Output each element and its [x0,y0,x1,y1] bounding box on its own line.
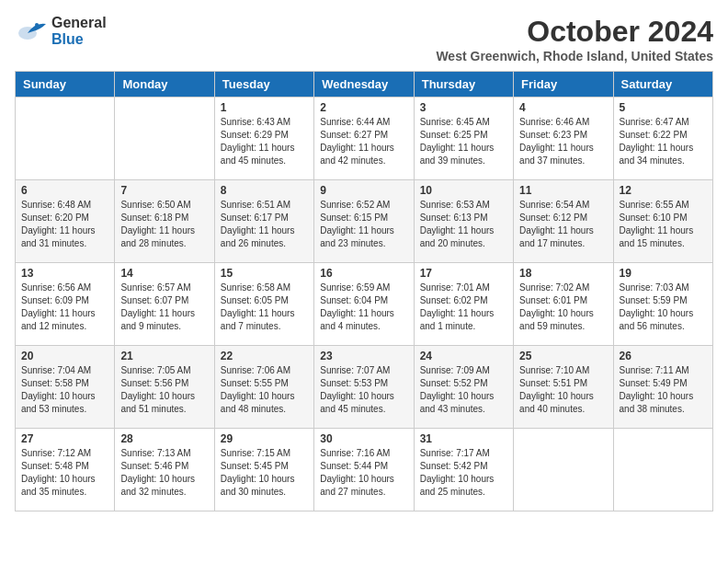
calendar-cell: 4Sunrise: 6:46 AMSunset: 6:23 PMDaylight… [514,98,613,180]
day-info: Daylight: 10 hours and 43 minutes. [420,390,507,416]
day-number: 6 [21,184,108,197]
calendar-cell: 26Sunrise: 7:11 AMSunset: 5:49 PMDayligh… [613,346,712,429]
day-info: Daylight: 11 hours and 4 minutes. [320,307,407,333]
day-header-sunday: Sunday [16,72,115,98]
calendar-cell: 6Sunrise: 6:48 AMSunset: 6:20 PMDaylight… [16,180,115,263]
day-info: Sunrise: 7:02 AM [519,282,607,294]
day-info: Sunrise: 6:52 AM [320,199,407,212]
calendar-cell [514,429,613,511]
day-info: Sunset: 6:10 PM [620,212,707,224]
day-number: 11 [519,184,607,197]
calendar-cell: 30Sunrise: 7:16 AMSunset: 5:44 PMDayligh… [314,429,414,511]
day-info: Daylight: 11 hours and 1 minute. [420,307,507,333]
calendar-header-row: SundayMondayTuesdayWednesdayThursdayFrid… [16,72,713,98]
day-info: Sunrise: 7:03 AM [620,282,707,294]
day-info: Sunset: 5:55 PM [221,377,308,390]
day-info: Sunrise: 6:57 AM [120,282,208,294]
day-info: Daylight: 10 hours and 59 minutes. [519,307,607,333]
calendar-cell: 5Sunrise: 6:47 AMSunset: 6:22 PMDaylight… [613,98,712,180]
calendar-cell: 25Sunrise: 7:10 AMSunset: 5:51 PMDayligh… [514,346,613,429]
day-info: Sunset: 5:44 PM [320,460,407,473]
day-info: Daylight: 11 hours and 26 minutes. [221,224,308,250]
calendar-week-1: 1Sunrise: 6:43 AMSunset: 6:29 PMDaylight… [16,98,713,180]
day-info: Sunset: 5:52 PM [420,377,507,390]
day-number: 13 [21,267,108,280]
calendar-cell: 7Sunrise: 6:50 AMSunset: 6:18 PMDaylight… [115,180,214,263]
calendar-week-3: 13Sunrise: 6:56 AMSunset: 6:09 PMDayligh… [16,263,713,346]
day-info: Sunrise: 6:59 AM [320,282,407,294]
day-number: 4 [519,101,607,114]
day-number: 22 [221,350,308,362]
calendar-cell: 11Sunrise: 6:54 AMSunset: 6:12 PMDayligh… [514,180,613,263]
calendar-cell: 21Sunrise: 7:05 AMSunset: 5:56 PMDayligh… [115,346,214,429]
calendar-cell [613,429,712,511]
calendar-cell: 14Sunrise: 6:57 AMSunset: 6:07 PMDayligh… [115,263,214,346]
day-info: Sunrise: 7:01 AM [420,282,507,294]
day-header-tuesday: Tuesday [214,72,313,98]
day-info: Daylight: 11 hours and 37 minutes. [519,142,607,167]
day-info: Daylight: 10 hours and 48 minutes. [221,390,308,416]
day-info: Sunrise: 7:10 AM [519,364,607,377]
day-number: 3 [420,101,507,114]
day-info: Sunset: 5:48 PM [21,460,108,473]
day-info: Daylight: 11 hours and 42 minutes. [320,142,407,167]
day-number: 7 [120,184,208,197]
day-info: Daylight: 10 hours and 53 minutes. [21,390,108,416]
day-number: 26 [620,350,707,362]
day-info: Sunrise: 6:56 AM [21,282,108,294]
day-number: 24 [420,350,507,362]
day-number: 12 [620,184,707,197]
day-info: Daylight: 11 hours and 45 minutes. [221,142,308,167]
day-number: 18 [519,267,607,280]
day-info: Daylight: 11 hours and 17 minutes. [519,224,607,250]
calendar-cell: 15Sunrise: 6:58 AMSunset: 6:05 PMDayligh… [214,263,313,346]
calendar-week-4: 20Sunrise: 7:04 AMSunset: 5:58 PMDayligh… [16,346,713,429]
calendar-cell: 13Sunrise: 6:56 AMSunset: 6:09 PMDayligh… [16,263,115,346]
day-info: Sunset: 6:17 PM [221,212,308,224]
day-info: Sunset: 5:58 PM [21,377,108,390]
calendar-cell: 24Sunrise: 7:09 AMSunset: 5:52 PMDayligh… [414,346,513,429]
day-info: Daylight: 11 hours and 28 minutes. [120,224,208,250]
day-info: Sunset: 6:23 PM [519,129,607,142]
day-number: 10 [420,184,507,197]
day-info: Sunrise: 6:54 AM [519,199,607,212]
day-info: Sunrise: 6:53 AM [420,199,507,212]
day-info: Sunset: 6:12 PM [519,212,607,224]
day-info: Sunset: 5:51 PM [519,377,607,390]
day-info: Daylight: 11 hours and 34 minutes. [620,142,707,167]
calendar-cell: 3Sunrise: 6:45 AMSunset: 6:25 PMDaylight… [414,98,513,180]
calendar-cell: 1Sunrise: 6:43 AMSunset: 6:29 PMDaylight… [214,98,313,180]
calendar-cell: 28Sunrise: 7:13 AMSunset: 5:46 PMDayligh… [115,429,214,511]
day-number: 14 [120,267,208,280]
day-number: 28 [120,432,208,445]
day-info: Sunrise: 7:05 AM [120,364,208,377]
page-header: General Blue October 2024 West Greenwich… [15,15,713,63]
day-info: Daylight: 10 hours and 35 minutes. [21,473,108,499]
logo-text: General Blue [51,15,107,47]
day-info: Sunrise: 7:16 AM [320,447,407,460]
day-info: Sunset: 6:15 PM [320,212,407,224]
day-info: Daylight: 11 hours and 7 minutes. [221,307,308,333]
calendar-cell: 8Sunrise: 6:51 AMSunset: 6:17 PMDaylight… [214,180,313,263]
day-header-friday: Friday [514,72,613,98]
day-info: Sunrise: 6:44 AM [320,116,407,129]
location-title: West Greenwich, Rhode Island, United Sta… [436,49,713,63]
day-info: Sunset: 5:46 PM [120,460,208,473]
day-info: Daylight: 11 hours and 39 minutes. [420,142,507,167]
day-info: Sunset: 6:04 PM [320,294,407,307]
day-info: Sunset: 6:07 PM [120,294,208,307]
day-info: Sunset: 6:20 PM [21,212,108,224]
calendar-week-2: 6Sunrise: 6:48 AMSunset: 6:20 PMDaylight… [16,180,713,263]
day-info: Sunset: 5:56 PM [120,377,208,390]
day-info: Sunrise: 6:55 AM [620,199,707,212]
calendar-cell [115,98,214,180]
day-number: 19 [620,267,707,280]
day-number: 27 [21,432,108,445]
day-info: Sunset: 6:02 PM [420,294,507,307]
day-number: 5 [620,101,707,114]
day-number: 31 [420,432,507,445]
day-info: Sunrise: 7:07 AM [320,364,407,377]
day-info: Daylight: 11 hours and 9 minutes. [120,307,208,333]
calendar-cell: 22Sunrise: 7:06 AMSunset: 5:55 PMDayligh… [214,346,313,429]
calendar-cell: 20Sunrise: 7:04 AMSunset: 5:58 PMDayligh… [16,346,115,429]
